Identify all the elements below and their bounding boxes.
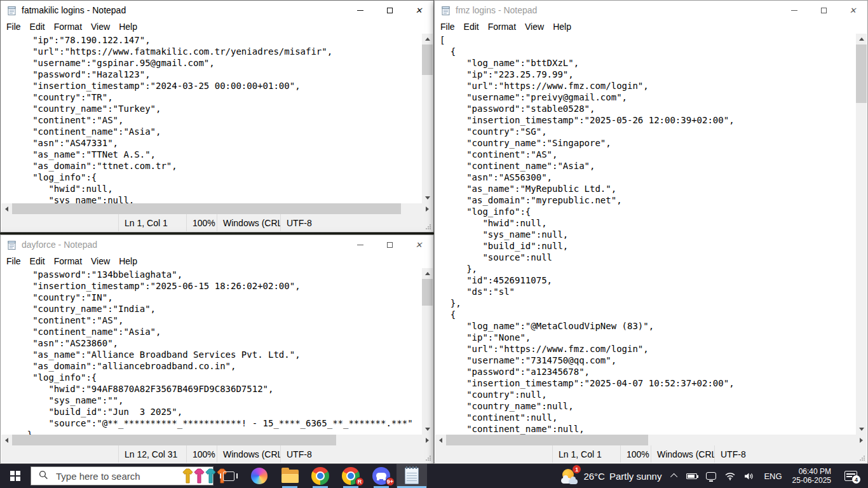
search-icon xyxy=(39,470,48,482)
horizontal-scrollbar-thumb[interactable] xyxy=(446,435,648,445)
taskbar-search[interactable] xyxy=(31,466,214,485)
maximize-icon xyxy=(821,8,827,13)
menu-view[interactable]: View xyxy=(520,20,548,33)
code-line: "country_name":null, xyxy=(440,400,856,412)
notepad-icon xyxy=(405,468,419,484)
taskbar-chrome-profile[interactable]: R xyxy=(336,464,366,488)
scroll-left-icon[interactable] xyxy=(1,435,12,445)
menu-file[interactable]: File xyxy=(2,20,25,33)
scroll-left-icon[interactable] xyxy=(435,435,446,445)
menu-file[interactable]: File xyxy=(436,20,459,33)
code-line: "as_domain":"alliancebroadband.co.in", xyxy=(6,360,422,372)
search-input[interactable] xyxy=(53,471,182,482)
taskbar-clock[interactable]: 06:40 PM 25-06-2025 xyxy=(787,467,836,485)
close-icon xyxy=(850,4,857,16)
action-center-button[interactable]: 4 xyxy=(836,464,868,488)
scroll-right-icon[interactable] xyxy=(422,435,433,445)
horizontal-scrollbar[interactable] xyxy=(1,435,433,445)
vertical-scrollbar[interactable] xyxy=(422,268,433,435)
volume-button[interactable] xyxy=(740,464,759,488)
scroll-left-icon[interactable] xyxy=(1,203,12,214)
menubar: File Edit Format View Help xyxy=(435,20,867,34)
vertical-scrollbar-thumb[interactable] xyxy=(422,44,433,75)
vertical-scrollbar-thumb[interactable] xyxy=(422,279,433,306)
scroll-up-icon[interactable] xyxy=(422,268,433,279)
code-line: "as_name":"Alliance Broadband Services P… xyxy=(6,349,422,360)
statusbar: Ln 1, Col 1 100% Windows (CRLF) UTF-8 xyxy=(1,214,433,231)
notepad-icon xyxy=(6,5,17,16)
window-title: dayforce - Notepad xyxy=(22,240,97,250)
horizontal-scrollbar[interactable] xyxy=(1,203,433,214)
code-line: "continent":"AS", xyxy=(6,315,422,326)
taskbar: R 9+ 1 26°C Partly sunny xyxy=(0,464,868,488)
start-button[interactable] xyxy=(0,464,31,488)
close-button[interactable] xyxy=(404,1,433,20)
battery-button[interactable] xyxy=(682,464,702,488)
scroll-down-icon[interactable] xyxy=(856,424,867,435)
menu-help[interactable]: Help xyxy=(114,255,142,268)
window-fatmakilic: fatmakilic logins - Notepad File Edit Fo… xyxy=(0,0,434,233)
titlebar[interactable]: fmz logins - Notepad xyxy=(435,1,867,20)
horizontal-scrollbar-thumb[interactable] xyxy=(12,203,401,214)
scroll-right-icon[interactable] xyxy=(422,203,433,214)
vertical-scrollbar[interactable] xyxy=(422,34,433,203)
cursor-position: Ln 1, Col 1 xyxy=(118,214,186,231)
tray-overflow-button[interactable] xyxy=(668,464,682,488)
taskbar-chrome[interactable] xyxy=(305,464,336,488)
minimize-button[interactable] xyxy=(780,1,809,20)
scroll-down-icon[interactable] xyxy=(422,424,433,435)
resize-grip[interactable] xyxy=(859,455,865,461)
menu-help[interactable]: Help xyxy=(548,20,576,33)
menu-help[interactable]: Help xyxy=(114,20,142,33)
menu-edit[interactable]: Edit xyxy=(25,20,50,33)
task-view-button[interactable] xyxy=(214,464,244,488)
taskbar-copilot[interactable] xyxy=(244,464,275,488)
code-line: "username":"gspinar.95@gmail.com", xyxy=(6,57,422,69)
scroll-down-icon[interactable] xyxy=(422,193,433,203)
taskbar-discord[interactable]: 9+ xyxy=(366,464,397,488)
menu-view[interactable]: View xyxy=(86,255,114,268)
resize-grip[interactable] xyxy=(425,224,431,230)
text-editor-area[interactable]: [ { "log_name":"bttDXzL", "ip":"223.25.7… xyxy=(435,34,867,435)
menu-format[interactable]: Format xyxy=(484,20,520,33)
weather-condition: Partly sunny xyxy=(609,471,662,482)
code-line: "as_name":"TTNet A.S.", xyxy=(6,149,422,160)
meet-now-button[interactable] xyxy=(702,464,721,488)
system-tray: 1 26°C Partly sunny ENG 06:40 PM 25-06-2… xyxy=(555,464,868,488)
menu-edit[interactable]: Edit xyxy=(459,20,484,33)
menu-edit[interactable]: Edit xyxy=(25,255,50,268)
code-line: "country":null, xyxy=(440,389,856,400)
titlebar[interactable]: fatmakilic logins - Notepad xyxy=(1,1,433,20)
minimize-button[interactable] xyxy=(346,1,375,20)
taskbar-notepad[interactable] xyxy=(397,464,427,488)
taskbar-file-explorer[interactable] xyxy=(275,464,305,488)
network-button[interactable] xyxy=(721,464,740,488)
scroll-right-icon[interactable] xyxy=(856,435,867,445)
minimize-icon xyxy=(357,245,363,245)
text-editor-area[interactable]: "ip":"78.190.122.147", "url":"https://ww… xyxy=(1,34,433,203)
chrome-icon xyxy=(311,467,329,485)
titlebar[interactable]: dayforce - Notepad xyxy=(1,235,433,254)
scroll-up-icon[interactable] xyxy=(856,34,867,44)
horizontal-scrollbar[interactable] xyxy=(435,435,867,445)
minimize-button[interactable] xyxy=(346,235,375,254)
code-line: "as_domain":"myrepublic.net", xyxy=(440,194,856,206)
menu-view[interactable]: View xyxy=(86,20,114,33)
vertical-scrollbar[interactable] xyxy=(856,34,867,435)
menu-format[interactable]: Format xyxy=(50,255,86,268)
code-line: "source":null xyxy=(440,252,856,263)
text-editor-area[interactable]: "password":"134bbeliaghata", "insertion_… xyxy=(1,268,433,435)
language-indicator[interactable]: ENG xyxy=(759,471,787,481)
scroll-up-icon[interactable] xyxy=(422,34,433,44)
maximize-button[interactable] xyxy=(809,1,838,20)
resize-grip[interactable] xyxy=(425,455,431,461)
close-button[interactable] xyxy=(404,235,433,254)
menu-file[interactable]: File xyxy=(2,255,25,268)
horizontal-scrollbar-thumb[interactable] xyxy=(12,435,336,445)
maximize-button[interactable] xyxy=(375,1,404,20)
vertical-scrollbar-thumb[interactable] xyxy=(856,44,867,103)
maximize-button[interactable] xyxy=(375,235,404,254)
close-button[interactable] xyxy=(838,1,867,20)
menu-format[interactable]: Format xyxy=(50,20,86,33)
weather-widget[interactable]: 1 26°C Partly sunny xyxy=(555,464,668,488)
